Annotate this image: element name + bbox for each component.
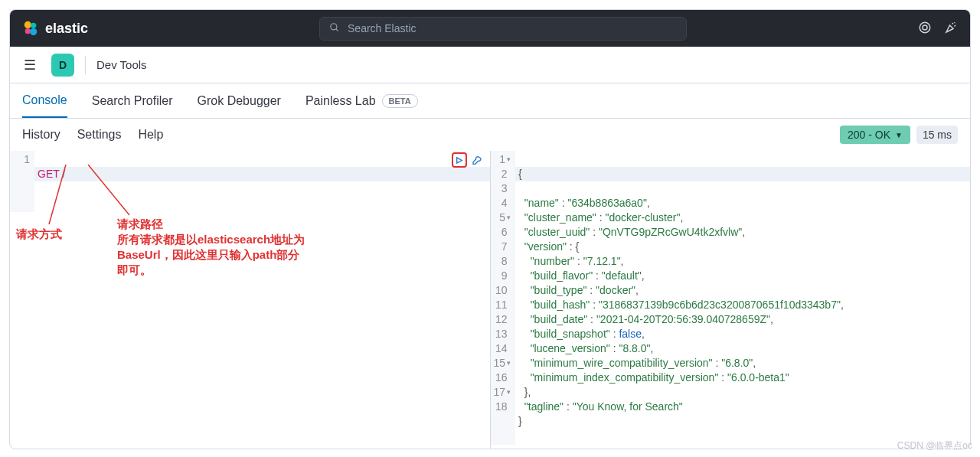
svg-point-0	[24, 21, 31, 28]
newsfeed-icon[interactable]	[918, 21, 932, 37]
response-gutter: 1▾2 3 4 5▾6 7 8 9 10 11 12 13 14 15▾16 1…	[491, 151, 516, 445]
breadcrumb-bar: ☰ D Dev Tools	[10, 47, 970, 83]
request-options-icon[interactable]	[472, 154, 484, 168]
response-time-badge: 15 ms	[916, 126, 958, 144]
global-header: elastic	[10, 10, 970, 47]
celebration-icon[interactable]	[944, 21, 958, 37]
annotation-method: 请求方式	[16, 227, 62, 242]
chevron-down-icon: ▼	[895, 131, 903, 139]
svg-line-10	[955, 22, 956, 23]
svg-line-8	[952, 23, 954, 24]
svg-point-7	[923, 25, 927, 30]
svg-point-2	[25, 28, 31, 34]
svg-point-3	[30, 28, 37, 35]
history-link[interactable]: History	[22, 128, 60, 141]
tab-search-profiler[interactable]: Search Profiler	[92, 83, 173, 118]
page-title: Dev Tools	[96, 58, 147, 71]
tab-console[interactable]: Console	[22, 83, 67, 118]
settings-link[interactable]: Settings	[77, 128, 122, 141]
tab-grok-debugger[interactable]: Grok Debugger	[198, 83, 281, 118]
brand[interactable]: elastic	[22, 20, 88, 37]
dev-tools-tabs: Console Search Profiler Grok Debugger Pa…	[10, 83, 970, 119]
menu-toggle-icon[interactable]: ☰	[19, 54, 41, 77]
svg-point-6	[920, 22, 930, 33]
request-method: GET	[38, 168, 60, 180]
console-toolbar: History Settings Help 200 - OK▼ 15 ms	[10, 119, 970, 151]
brand-text: elastic	[45, 21, 88, 37]
request-editor[interactable]: 1 GET / 发起请求 请求方式 请求路径 所有请求都是以elasticsea…	[10, 151, 491, 449]
response-body: { "name" : "634b8863a6a0", "cluster_name…	[515, 151, 970, 445]
svg-point-4	[331, 23, 337, 29]
response-viewer[interactable]: || 1▾2 3 4 5▾6 7 8 9 10 11 12 13 14 15▾1…	[491, 151, 971, 449]
response-status-badge[interactable]: 200 - OK▼	[840, 126, 910, 144]
svg-point-1	[31, 23, 36, 28]
watermark: CSDN @临界点oc	[897, 439, 972, 452]
tab-painless-lab[interactable]: Painless LabBETA	[305, 83, 418, 118]
request-path: /	[62, 168, 65, 180]
annotation-path: 请求路径 所有请求都是以elasticsearch地址为 BaseUrl，因此这…	[117, 217, 305, 278]
space-selector[interactable]: D	[51, 54, 74, 77]
help-link[interactable]: Help	[138, 128, 163, 141]
request-gutter: 1	[10, 151, 34, 212]
svg-line-9	[955, 25, 956, 27]
elastic-logo-icon	[22, 20, 39, 37]
divider	[85, 56, 86, 74]
send-request-button[interactable]	[452, 152, 467, 168]
svg-line-5	[336, 28, 338, 31]
global-search[interactable]	[319, 17, 687, 41]
space-initial: D	[59, 59, 67, 71]
beta-badge: BETA	[382, 94, 418, 108]
search-icon	[329, 22, 340, 35]
search-input[interactable]	[348, 22, 677, 34]
svg-marker-11	[457, 157, 462, 162]
